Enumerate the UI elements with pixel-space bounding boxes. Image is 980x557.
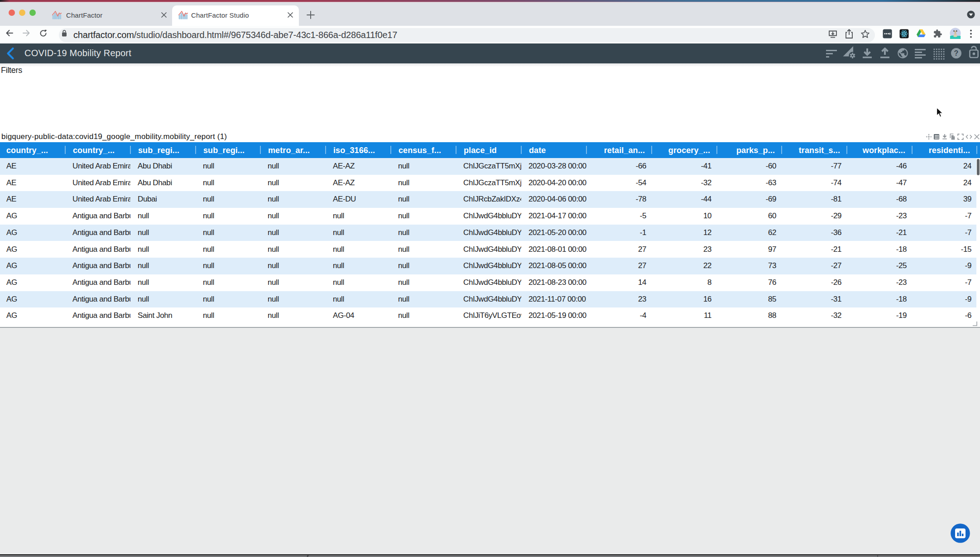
- svg-text:?: ?: [954, 49, 959, 57]
